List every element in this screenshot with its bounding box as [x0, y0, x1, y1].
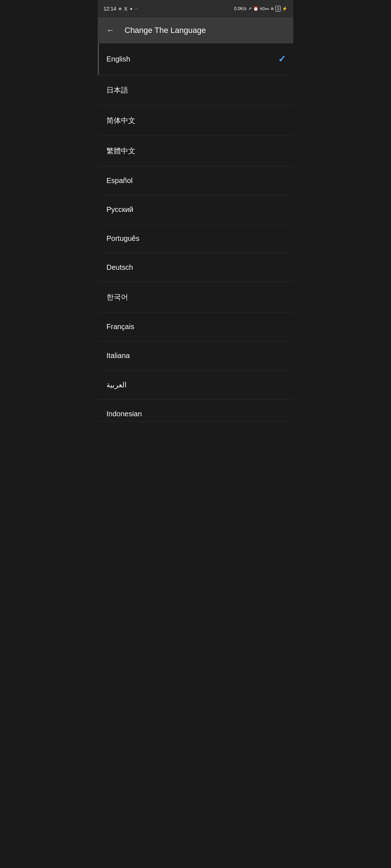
language-name: Русский [106, 205, 133, 214]
language-name: English [106, 55, 130, 63]
language-name: 简体中文 [106, 116, 135, 125]
signal-icon: HD▪▪▪ [260, 7, 269, 11]
page-title: Change The Language [125, 26, 206, 35]
location-icon: ↗ [248, 6, 252, 11]
toolbar: ← Change The Language [98, 17, 293, 43]
selected-check-icon: ✓ [278, 54, 286, 65]
back-icon: ← [106, 26, 114, 35]
language-item[interactable]: Italiana [98, 341, 293, 370]
language-name: 한국어 [106, 292, 128, 302]
status-bar: 12:14 ⊕ 支 ● ··· 0.0K/s ↗ ⏰ HD▪▪▪ ≋ 3 ⚡ [98, 0, 293, 17]
language-name: Français [106, 323, 134, 331]
language-name: Italiana [106, 352, 130, 360]
back-button[interactable]: ← [104, 23, 117, 38]
language-item[interactable]: 繁體中文 [98, 136, 293, 166]
status-icon-phone: ⊕ [118, 7, 122, 11]
status-bar-right: 0.0K/s ↗ ⏰ HD▪▪▪ ≋ 3 ⚡ [234, 6, 287, 12]
language-item[interactable]: Español [98, 166, 293, 195]
status-icon-wechat: ● [130, 7, 133, 11]
time-display: 12:14 [104, 6, 116, 12]
language-name: Português [106, 234, 139, 243]
language-item[interactable]: Français [98, 312, 293, 341]
language-item[interactable]: 日本語 [98, 75, 293, 106]
language-list: English✓日本語简体中文繁體中文EspañolРусскийPortugu… [98, 43, 293, 421]
language-item[interactable]: Русский [98, 195, 293, 224]
alarm-icon: ⏰ [253, 6, 258, 11]
status-icon-pay: 支 [124, 6, 128, 12]
language-name: العربية [106, 380, 127, 389]
language-item[interactable]: Indonesian [98, 400, 293, 421]
battery-icon: 3 [276, 6, 281, 12]
language-item[interactable]: Deutsch [98, 253, 293, 282]
language-item[interactable]: Português [98, 224, 293, 253]
status-bar-left: 12:14 ⊕ 支 ● ··· [104, 6, 138, 12]
language-item[interactable]: العربية [98, 370, 293, 400]
language-item[interactable]: English✓ [98, 43, 293, 75]
status-icon-dots: ··· [135, 7, 138, 11]
language-name: 繁體中文 [106, 146, 135, 156]
language-name: Español [106, 176, 133, 185]
language-name: Deutsch [106, 263, 133, 272]
language-item[interactable]: 简体中文 [98, 106, 293, 136]
wifi-icon: ≋ [270, 6, 274, 11]
charging-icon: ⚡ [282, 6, 287, 11]
language-name: 日本語 [106, 85, 128, 95]
language-name: Indonesian [106, 410, 142, 418]
language-item[interactable]: 한국어 [98, 282, 293, 312]
network-speed: 0.0K/s [234, 6, 247, 11]
